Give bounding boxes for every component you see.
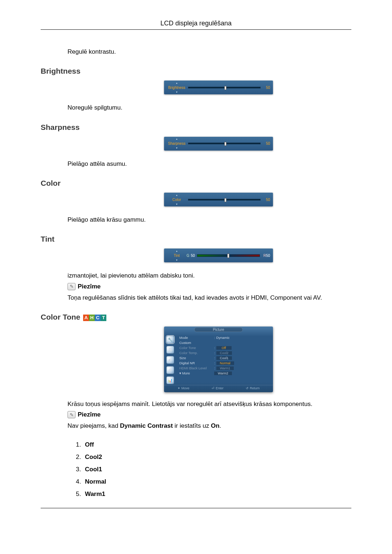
- brightness-desc: Noregulē spilgtumu.: [68, 103, 351, 112]
- sharpness-osd-label: Sharpness: [167, 141, 187, 145]
- tint-heading: Tint: [41, 235, 351, 243]
- menu-row-more[interactable]: ▾ More Warm2: [179, 370, 270, 376]
- list-item: Warm1: [83, 491, 351, 498]
- color-tone-options-list: Off Cool2 Cool1 Normal Warm1: [83, 441, 351, 498]
- brightness-slider-panel: Brightness 50: [41, 81, 351, 94]
- menu-value: Warm2: [214, 372, 232, 375]
- menu-value: Dynamic: [216, 336, 270, 340]
- intro-text: Regulē kontrastu.: [68, 47, 351, 57]
- tint-osd[interactable]: Tint G 50 R 50: [164, 249, 273, 262]
- picture-menu-panel: Picture 🔧 🖼 ◐ ⚙ 📊 Mode : Dynamic Custom: [41, 327, 351, 392]
- menu-icon-setup[interactable]: ⚙: [166, 366, 174, 374]
- top-rule: [41, 29, 351, 30]
- color-tone-heading: Color Tone A H C T: [41, 313, 351, 321]
- brightness-thumb[interactable]: [224, 86, 226, 90]
- color-osd[interactable]: Color 50: [164, 193, 273, 206]
- menu-key: Digital NR: [179, 361, 214, 365]
- menu-key: HDMI Black Level: [179, 366, 214, 370]
- menu-footer: ✦ Move ⏎ Enter ↺ Return: [164, 385, 273, 391]
- color-desc: Pielāgo attēla krāsu gammu.: [68, 215, 351, 225]
- menu-row-size[interactable]: Size : Cool1: [179, 355, 270, 360]
- color-track[interactable]: [188, 199, 261, 201]
- menu-icon-sound[interactable]: 🖼: [166, 346, 174, 354]
- menu-value: Cool2: [216, 351, 232, 355]
- badge-a-icon: A: [83, 315, 89, 321]
- color-heading: Color: [41, 179, 351, 188]
- sharpness-thumb[interactable]: [224, 142, 226, 146]
- color-value: 50: [264, 198, 270, 202]
- color-tone-note-label: Piezīme: [78, 411, 101, 418]
- note-icon: ✎: [68, 283, 75, 290]
- tint-note-header: ✎ Piezīme: [68, 283, 351, 290]
- menu-icon-picture[interactable]: 🔧: [166, 336, 174, 344]
- tint-thumb[interactable]: [227, 254, 229, 258]
- color-tone-badges: A H C T: [83, 315, 106, 321]
- menu-key: Color Temp.: [179, 351, 214, 355]
- sharpness-value: 50: [264, 141, 270, 145]
- badge-h-icon: H: [89, 315, 95, 321]
- picture-menu-title: Picture: [194, 327, 242, 332]
- bottom-rule: [41, 508, 351, 508]
- color-tone-heading-text: Color Tone: [41, 313, 80, 321]
- tint-note-text: Toņa regulēšanas slīdnis tiek attēlots t…: [68, 293, 351, 303]
- sharpness-heading: Sharpness: [41, 123, 351, 132]
- menu-value: Warm1: [216, 366, 234, 370]
- menu-row-mode[interactable]: Mode : Dynamic: [179, 335, 270, 340]
- color-osd-label: Color: [167, 198, 187, 202]
- footer-enter: ⏎ Enter: [212, 386, 224, 390]
- tint-desc: izmantojiet, lai pievienotu attēlam dabi…: [68, 271, 351, 280]
- tint-g-label: G: [187, 254, 189, 258]
- sharpness-osd[interactable]: Sharpness 50: [164, 137, 273, 151]
- brightness-track[interactable]: [188, 87, 261, 89]
- footer-return: ↺ Return: [246, 386, 260, 390]
- menu-key: Custom: [179, 341, 214, 345]
- menu-row-color-temp: Color Temp. : Cool2: [179, 350, 270, 355]
- sharpness-slider-panel: Sharpness 50: [41, 137, 351, 151]
- brightness-value: 50: [264, 86, 270, 90]
- tint-g-value: 50: [191, 254, 195, 258]
- list-item: Off: [83, 441, 351, 448]
- brightness-osd-label: Brightness: [167, 86, 187, 90]
- page-header-title: LCD displeja regulēšana: [41, 20, 351, 29]
- menu-row-color-tone[interactable]: Color Tone : Off: [179, 345, 270, 350]
- menu-icon-input[interactable]: 📊: [166, 376, 174, 384]
- color-tone-note-header: ✎ Piezīme: [68, 411, 351, 418]
- tint-note-label: Piezīme: [78, 283, 101, 290]
- menu-value: Cool1: [216, 356, 232, 360]
- tint-osd-label: Tint: [167, 254, 187, 258]
- color-slider-panel: Color 50: [41, 193, 351, 206]
- menu-side-icons: 🔧 🖼 ◐ ⚙ 📊: [166, 335, 176, 384]
- menu-row-digital-nr[interactable]: Digital NR : Normal: [179, 360, 270, 365]
- menu-key: ▾ More: [179, 371, 214, 375]
- menu-row-custom[interactable]: Custom: [179, 340, 270, 345]
- list-item: Normal: [83, 478, 351, 485]
- brightness-heading: Brightness: [41, 67, 351, 75]
- tint-track[interactable]: [197, 254, 260, 257]
- tint-r-value: 50: [266, 254, 270, 258]
- tint-slider-panel: Tint G 50 R 50: [41, 249, 351, 262]
- menu-key: Mode: [179, 336, 214, 340]
- footer-move: ✦ Move: [177, 386, 189, 390]
- picture-menu[interactable]: Picture 🔧 🖼 ◐ ⚙ 📊 Mode : Dynamic Custom: [164, 327, 273, 392]
- list-item: Cool1: [83, 466, 351, 473]
- note-icon: ✎: [68, 411, 75, 418]
- color-tone-desc: Krāsu toņus iespējams mainīt. Lietotājs …: [68, 399, 351, 409]
- badge-t-icon: T: [101, 315, 106, 321]
- list-item: Cool2: [83, 454, 351, 461]
- menu-key: Size: [179, 356, 214, 360]
- menu-value: Off: [216, 346, 232, 350]
- menu-value: Normal: [216, 361, 234, 365]
- sharpness-desc: Pielāgo attēla asumu.: [68, 159, 351, 169]
- color-thumb[interactable]: [224, 198, 226, 202]
- badge-c-icon: C: [95, 315, 101, 321]
- menu-row-hdmi-black: HDMI Black Level : Warm1: [179, 365, 270, 370]
- brightness-osd[interactable]: Brightness 50: [164, 81, 273, 94]
- menu-list: Mode : Dynamic Custom Color Tone : Off C…: [176, 335, 270, 384]
- sharpness-track[interactable]: [188, 143, 261, 144]
- tint-r-label: R: [264, 254, 266, 258]
- menu-icon-channel[interactable]: ◐: [166, 356, 174, 364]
- color-tone-note-text: Nav pieejams, kad Dynamic Contrast ir ie…: [68, 421, 351, 431]
- menu-key: Color Tone: [179, 346, 214, 350]
